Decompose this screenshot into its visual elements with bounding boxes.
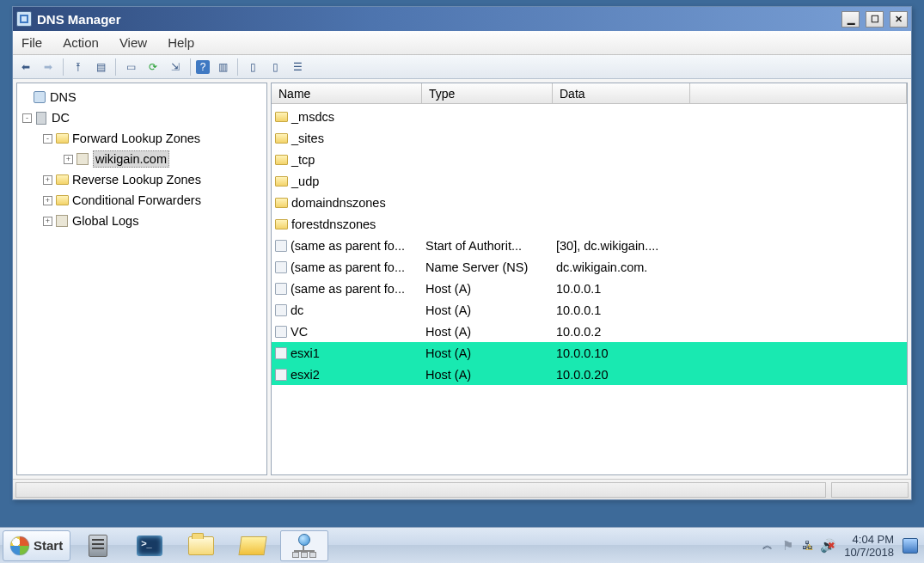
record-row[interactable]: _msdcs xyxy=(272,106,907,127)
record-type: Host (A) xyxy=(422,346,553,360)
tree-reverse-zones[interactable]: + Reverse Lookup Zones xyxy=(19,169,265,190)
svg-rect-1 xyxy=(21,16,27,21)
record-name-cell: domaindnszones xyxy=(272,196,422,210)
refresh-icon[interactable]: ⟳ xyxy=(144,58,162,76)
tree-expander[interactable]: - xyxy=(22,113,32,123)
tree-server-dc[interactable]: - DC xyxy=(19,107,265,128)
task-dns-manager[interactable] xyxy=(280,530,328,561)
titlebar[interactable]: DNS Manager ▁ ☐ ✕ xyxy=(13,7,911,31)
record-name-cell: _udp xyxy=(272,174,422,188)
tree-expander[interactable]: - xyxy=(43,134,52,144)
tree-root-dns[interactable]: DNS xyxy=(19,87,265,107)
export-list-icon[interactable]: ⇲ xyxy=(166,58,185,76)
tree-expander[interactable]: + xyxy=(43,175,52,185)
tree-global-logs[interactable]: + Global Logs xyxy=(19,211,265,231)
powershell-icon xyxy=(137,535,162,556)
record-row[interactable]: _udp xyxy=(272,170,907,192)
new-server-icon[interactable]: ▯ xyxy=(243,58,262,76)
task-sticky-notes[interactable] xyxy=(229,530,277,561)
column-header-data[interactable]: Data xyxy=(553,83,690,103)
record-type: Start of Authorit... xyxy=(422,239,553,253)
record-data: 10.0.0.2 xyxy=(553,325,768,339)
record-row[interactable]: (same as parent fo...Host (A)10.0.0.1 xyxy=(272,278,907,299)
folder-icon xyxy=(55,173,69,187)
statusbar-pane xyxy=(15,482,826,498)
record-row[interactable]: forestdnszones xyxy=(272,213,907,235)
taskbar: Start ︽ 🔊 4:04 PM 10/7/2018 xyxy=(0,527,924,563)
scope-tree[interactable]: DNS - DC - Forward Lookup Zones + wikiga… xyxy=(16,83,267,475)
delete-icon[interactable]: ▭ xyxy=(121,58,140,76)
statusbar xyxy=(13,479,911,499)
record-data: 10.0.0.1 xyxy=(553,282,768,296)
task-explorer[interactable] xyxy=(177,530,225,561)
action-center-icon[interactable] xyxy=(780,539,794,553)
show-desktop-button[interactable] xyxy=(903,538,918,554)
record-row[interactable]: domaindnszones xyxy=(272,192,907,213)
record-name: (same as parent fo... xyxy=(291,282,405,296)
sticky-notes-icon xyxy=(239,536,267,555)
stop-icon[interactable]: ▯ xyxy=(266,58,285,76)
show-tree-icon[interactable]: ▤ xyxy=(91,58,110,76)
record-row[interactable]: VCHost (A)10.0.0.2 xyxy=(272,321,907,342)
properties-icon[interactable]: ▥ xyxy=(213,58,232,76)
record-name: domaindnszones xyxy=(291,196,386,210)
network-icon[interactable] xyxy=(799,538,815,554)
tree-forward-zones[interactable]: - Forward Lookup Zones xyxy=(19,128,265,149)
filter-icon[interactable]: ☰ xyxy=(288,58,307,76)
record-row[interactable]: esxi2Host (A)10.0.0.20 xyxy=(272,364,907,385)
record-row[interactable]: (same as parent fo...Start of Authorit..… xyxy=(272,235,907,256)
nav-back-icon[interactable]: ⬅ xyxy=(16,58,35,76)
tree-expander[interactable]: + xyxy=(43,196,52,205)
record-name-cell: VC xyxy=(272,325,422,339)
maximize-button[interactable]: ☐ xyxy=(866,11,884,28)
folder-icon xyxy=(275,112,288,122)
volume-muted-icon[interactable]: 🔊 xyxy=(820,538,835,554)
list-body[interactable]: _msdcs_sites_tcp_udpdomaindnszonesforest… xyxy=(272,104,907,474)
tray-show-hidden-icon[interactable]: ︽ xyxy=(760,538,775,554)
task-powershell[interactable] xyxy=(125,530,174,561)
record-data: 10.0.0.10 xyxy=(553,346,768,360)
tree-label: Reverse Lookup Zones xyxy=(72,173,201,187)
column-header-spacer xyxy=(690,83,907,103)
start-label: Start xyxy=(34,538,63,553)
tree-zone-wikigain[interactable]: + wikigain.com xyxy=(19,149,265,169)
tree-conditional-forwarders[interactable]: + Conditional Forwarders xyxy=(19,190,265,211)
log-icon xyxy=(55,214,69,228)
menu-view[interactable]: View xyxy=(116,34,150,52)
record-name-cell: (same as parent fo... xyxy=(272,282,422,296)
record-icon xyxy=(275,261,287,273)
record-icon xyxy=(275,326,287,338)
record-row[interactable]: _sites xyxy=(272,127,907,149)
app-icon xyxy=(16,11,32,27)
close-button[interactable]: ✕ xyxy=(890,11,908,28)
server-manager-icon xyxy=(89,535,107,557)
system-tray: ︽ 🔊 4:04 PM 10/7/2018 xyxy=(760,533,921,559)
help-icon[interactable]: ? xyxy=(196,60,210,74)
menu-help[interactable]: Help xyxy=(164,34,198,52)
up-level-icon[interactable]: ⭱ xyxy=(69,58,88,76)
column-header-type[interactable]: Type xyxy=(422,83,553,103)
record-row[interactable]: _tcp xyxy=(272,149,907,170)
menu-action[interactable]: Action xyxy=(59,34,102,52)
record-row[interactable]: (same as parent fo...Name Server (NS)dc.… xyxy=(272,256,907,278)
record-name: dc xyxy=(291,303,303,317)
menu-file[interactable]: File xyxy=(18,34,46,52)
nav-forward-icon[interactable]: ➡ xyxy=(39,58,58,76)
file-explorer-icon xyxy=(188,536,214,555)
record-row[interactable]: dcHost (A)10.0.0.1 xyxy=(272,299,907,321)
toolbar-separator xyxy=(63,58,64,76)
record-icon xyxy=(275,304,287,316)
task-server-manager[interactable] xyxy=(74,530,122,561)
clock[interactable]: 4:04 PM 10/7/2018 xyxy=(841,533,897,559)
minimize-button[interactable]: ▁ xyxy=(841,11,860,28)
start-button[interactable]: Start xyxy=(3,530,70,561)
record-name-cell: dc xyxy=(272,303,422,317)
tree-expander[interactable]: + xyxy=(64,155,73,164)
column-header-name[interactable]: Name xyxy=(272,83,422,103)
folder-icon xyxy=(275,176,288,187)
record-row[interactable]: esxi1Host (A)10.0.0.10 xyxy=(272,342,907,364)
record-name: _udp xyxy=(291,174,319,188)
toolbar: ⬅ ➡ ⭱ ▤ ▭ ⟳ ⇲ ? ▥ ▯ ▯ ☰ xyxy=(13,55,911,79)
tree-expander[interactable]: + xyxy=(43,217,52,226)
dns-manager-icon xyxy=(292,534,316,558)
